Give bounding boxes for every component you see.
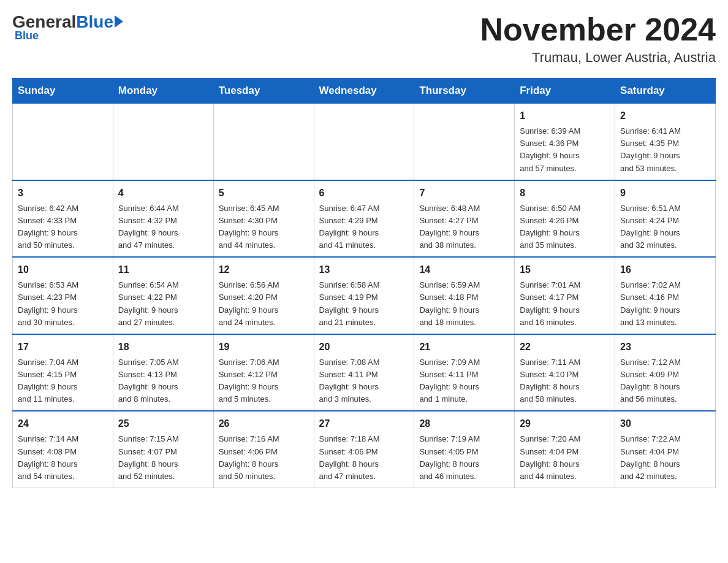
calendar-cell: 29Sunrise: 7:20 AMSunset: 4:04 PMDayligh… xyxy=(515,411,615,488)
day-number: 8 xyxy=(520,186,610,201)
day-number: 17 xyxy=(18,340,108,354)
day-number: 13 xyxy=(319,262,409,277)
day-number: 2 xyxy=(620,109,710,123)
day-number: 9 xyxy=(620,186,710,201)
calendar-cell: 18Sunrise: 7:05 AMSunset: 4:13 PMDayligh… xyxy=(113,334,213,412)
day-number: 28 xyxy=(419,416,509,431)
day-number: 20 xyxy=(319,340,409,354)
calendar-week-row: 1Sunrise: 6:39 AMSunset: 4:36 PMDaylight… xyxy=(13,104,716,180)
day-number: 26 xyxy=(219,416,309,431)
day-info: Sunrise: 7:11 AMSunset: 4:10 PMDaylight:… xyxy=(520,356,610,406)
calendar-cell: 4Sunrise: 6:44 AMSunset: 4:32 PMDaylight… xyxy=(113,180,213,258)
calendar-cell: 20Sunrise: 7:08 AMSunset: 4:11 PMDayligh… xyxy=(314,334,414,412)
day-number: 12 xyxy=(219,262,309,277)
day-number: 27 xyxy=(319,416,409,431)
day-number: 21 xyxy=(419,340,509,354)
calendar-cell: 6Sunrise: 6:47 AMSunset: 4:29 PMDaylight… xyxy=(314,180,414,258)
calendar-cell: 9Sunrise: 6:51 AMSunset: 4:24 PMDaylight… xyxy=(615,180,716,258)
day-number: 16 xyxy=(620,262,710,277)
day-info: Sunrise: 7:20 AMSunset: 4:04 PMDaylight:… xyxy=(520,433,610,483)
day-info: Sunrise: 7:14 AMSunset: 4:08 PMDaylight:… xyxy=(18,433,108,483)
day-number: 5 xyxy=(219,186,309,201)
day-number: 14 xyxy=(419,262,509,277)
day-number: 7 xyxy=(419,186,509,201)
calendar-cell: 2Sunrise: 6:41 AMSunset: 4:35 PMDaylight… xyxy=(615,104,716,180)
calendar-cell: 5Sunrise: 6:45 AMSunset: 4:30 PMDaylight… xyxy=(213,180,314,258)
calendar-cell xyxy=(113,104,213,180)
calendar-cell: 11Sunrise: 6:54 AMSunset: 4:22 PMDayligh… xyxy=(113,257,213,334)
logo-arrow-icon xyxy=(115,15,123,28)
location-title: Trumau, Lower Austria, Austria xyxy=(480,50,716,66)
weekday-header-friday: Friday xyxy=(515,79,615,104)
calendar-cell: 8Sunrise: 6:50 AMSunset: 4:26 PMDaylight… xyxy=(515,180,615,258)
day-info: Sunrise: 6:48 AMSunset: 4:27 PMDaylight:… xyxy=(419,202,509,252)
calendar-week-row: 10Sunrise: 6:53 AMSunset: 4:23 PMDayligh… xyxy=(13,257,716,334)
day-info: Sunrise: 6:50 AMSunset: 4:26 PMDaylight:… xyxy=(520,202,610,252)
day-info: Sunrise: 7:09 AMSunset: 4:11 PMDaylight:… xyxy=(419,356,509,406)
day-info: Sunrise: 6:59 AMSunset: 4:18 PMDaylight:… xyxy=(419,279,509,329)
weekday-header-monday: Monday xyxy=(113,79,213,104)
weekday-header-sunday: Sunday xyxy=(13,79,113,104)
day-info: Sunrise: 6:45 AMSunset: 4:30 PMDaylight:… xyxy=(219,202,309,252)
calendar-cell: 21Sunrise: 7:09 AMSunset: 4:11 PMDayligh… xyxy=(414,334,515,412)
day-number: 30 xyxy=(620,416,710,431)
calendar-cell: 27Sunrise: 7:18 AMSunset: 4:06 PMDayligh… xyxy=(314,411,414,488)
day-info: Sunrise: 6:51 AMSunset: 4:24 PMDaylight:… xyxy=(620,202,710,252)
weekday-header-thursday: Thursday xyxy=(414,79,515,104)
day-info: Sunrise: 7:08 AMSunset: 4:11 PMDaylight:… xyxy=(319,356,409,406)
day-info: Sunrise: 7:22 AMSunset: 4:04 PMDaylight:… xyxy=(620,433,710,483)
calendar-table: SundayMondayTuesdayWednesdayThursdayFrid… xyxy=(12,78,716,488)
day-number: 1 xyxy=(520,109,610,123)
day-info: Sunrise: 7:02 AMSunset: 4:16 PMDaylight:… xyxy=(620,279,710,329)
calendar-cell: 23Sunrise: 7:12 AMSunset: 4:09 PMDayligh… xyxy=(615,334,716,412)
calendar-cell: 30Sunrise: 7:22 AMSunset: 4:04 PMDayligh… xyxy=(615,411,716,488)
day-number: 18 xyxy=(118,340,208,354)
day-info: Sunrise: 6:56 AMSunset: 4:20 PMDaylight:… xyxy=(219,279,309,329)
day-info: Sunrise: 6:41 AMSunset: 4:35 PMDaylight:… xyxy=(620,125,710,175)
calendar-cell: 7Sunrise: 6:48 AMSunset: 4:27 PMDaylight… xyxy=(414,180,515,258)
calendar-title: November 2024 xyxy=(480,12,716,47)
day-info: Sunrise: 6:39 AMSunset: 4:36 PMDaylight:… xyxy=(520,125,610,175)
day-info: Sunrise: 6:58 AMSunset: 4:19 PMDaylight:… xyxy=(319,279,409,329)
day-info: Sunrise: 7:16 AMSunset: 4:06 PMDaylight:… xyxy=(219,433,309,483)
calendar-cell: 1Sunrise: 6:39 AMSunset: 4:36 PMDaylight… xyxy=(515,104,615,180)
calendar-cell: 14Sunrise: 6:59 AMSunset: 4:18 PMDayligh… xyxy=(414,257,515,334)
day-info: Sunrise: 7:01 AMSunset: 4:17 PMDaylight:… xyxy=(520,279,610,329)
calendar-cell xyxy=(314,104,414,180)
day-info: Sunrise: 6:53 AMSunset: 4:23 PMDaylight:… xyxy=(18,279,108,329)
calendar-cell: 15Sunrise: 7:01 AMSunset: 4:17 PMDayligh… xyxy=(515,257,615,334)
title-area: November 2024 Trumau, Lower Austria, Aus… xyxy=(480,12,716,66)
calendar-week-row: 3Sunrise: 6:42 AMSunset: 4:33 PMDaylight… xyxy=(13,180,716,258)
calendar-cell: 12Sunrise: 6:56 AMSunset: 4:20 PMDayligh… xyxy=(213,257,314,334)
calendar-cell: 17Sunrise: 7:04 AMSunset: 4:15 PMDayligh… xyxy=(13,334,113,412)
day-info: Sunrise: 6:47 AMSunset: 4:29 PMDaylight:… xyxy=(319,202,409,252)
calendar-cell: 10Sunrise: 6:53 AMSunset: 4:23 PMDayligh… xyxy=(13,257,113,334)
page-header: General Blue Blue November 2024 Trumau, … xyxy=(12,12,716,66)
day-info: Sunrise: 7:06 AMSunset: 4:12 PMDaylight:… xyxy=(219,356,309,406)
calendar-cell: 19Sunrise: 7:06 AMSunset: 4:12 PMDayligh… xyxy=(213,334,314,412)
day-number: 3 xyxy=(18,186,108,201)
day-info: Sunrise: 6:42 AMSunset: 4:33 PMDaylight:… xyxy=(18,202,108,252)
calendar-cell: 26Sunrise: 7:16 AMSunset: 4:06 PMDayligh… xyxy=(213,411,314,488)
day-info: Sunrise: 6:54 AMSunset: 4:22 PMDaylight:… xyxy=(118,279,208,329)
day-info: Sunrise: 7:19 AMSunset: 4:05 PMDaylight:… xyxy=(419,433,509,483)
calendar-week-row: 24Sunrise: 7:14 AMSunset: 4:08 PMDayligh… xyxy=(13,411,716,488)
day-number: 22 xyxy=(520,340,610,354)
logo: General Blue Blue xyxy=(12,12,123,42)
day-number: 11 xyxy=(118,262,208,277)
weekday-header-wednesday: Wednesday xyxy=(314,79,414,104)
calendar-cell: 22Sunrise: 7:11 AMSunset: 4:10 PMDayligh… xyxy=(515,334,615,412)
calendar-week-row: 17Sunrise: 7:04 AMSunset: 4:15 PMDayligh… xyxy=(13,334,716,412)
day-number: 15 xyxy=(520,262,610,277)
day-info: Sunrise: 7:04 AMSunset: 4:15 PMDaylight:… xyxy=(18,356,108,406)
day-number: 10 xyxy=(18,262,108,277)
day-number: 6 xyxy=(319,186,409,201)
calendar-cell xyxy=(213,104,314,180)
calendar-cell: 25Sunrise: 7:15 AMSunset: 4:07 PMDayligh… xyxy=(113,411,213,488)
weekday-header-tuesday: Tuesday xyxy=(213,79,314,104)
day-info: Sunrise: 6:44 AMSunset: 4:32 PMDaylight:… xyxy=(118,202,208,252)
calendar-cell: 24Sunrise: 7:14 AMSunset: 4:08 PMDayligh… xyxy=(13,411,113,488)
day-number: 23 xyxy=(620,340,710,354)
calendar-cell: 13Sunrise: 6:58 AMSunset: 4:19 PMDayligh… xyxy=(314,257,414,334)
calendar-cell: 28Sunrise: 7:19 AMSunset: 4:05 PMDayligh… xyxy=(414,411,515,488)
